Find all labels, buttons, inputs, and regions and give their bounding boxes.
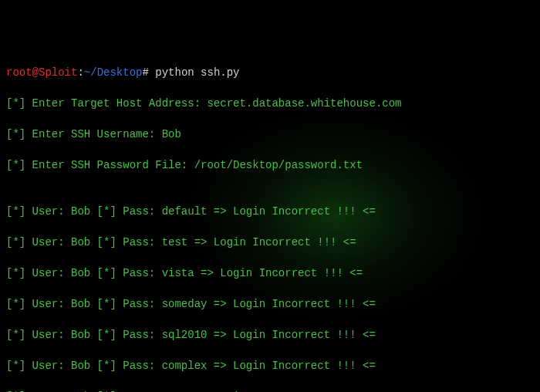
input-line: [*] Enter SSH Password File: /root/Deskt… — [6, 157, 534, 173]
prompt-path: ~/Desktop — [84, 66, 143, 79]
attempt-line: [*] User: Bob [*] Pass: vista => Login I… — [6, 265, 534, 281]
prompt-colon: : — [77, 66, 83, 79]
attempt-line: [*] User: Bob [*] Pass: goat => Login In… — [6, 389, 534, 392]
input-line: [*] Enter Target Host Address: secret.da… — [6, 96, 534, 111]
input-line: [*] Enter SSH Username: Bob — [6, 127, 534, 142]
prompt-host: Sploit — [39, 66, 77, 79]
prompt-line-1: root@Sploit:~/Desktop# python ssh.py — [6, 65, 534, 80]
prompt-user: root — [6, 66, 32, 79]
command-text: python ssh.py — [155, 66, 239, 79]
prompt-hash: # — [142, 66, 148, 79]
attempt-line: [*] User: Bob [*] Pass: test => Login In… — [6, 235, 534, 250]
attempt-line: [*] User: Bob [*] Pass: sql2010 => Login… — [6, 327, 534, 343]
prompt-at: @ — [32, 66, 39, 79]
attempt-line: [*] User: Bob [*] Pass: someday => Login… — [6, 296, 534, 312]
attempt-line: [*] User: Bob [*] Pass: default => Login… — [6, 204, 534, 219]
attempt-line: [*] User: Bob [*] Pass: complex => Login… — [6, 358, 534, 373]
